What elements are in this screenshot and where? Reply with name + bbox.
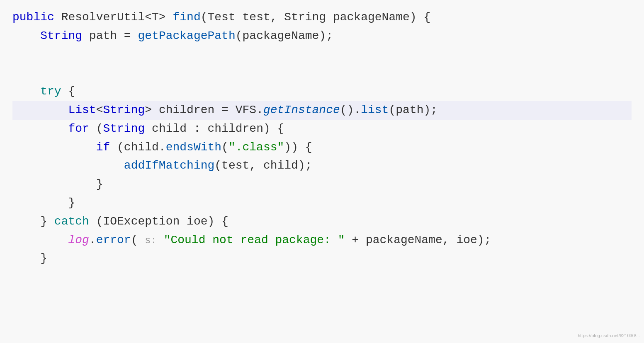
code-token: (	[89, 120, 103, 138]
code-token: ().	[340, 101, 361, 120]
code-token	[157, 231, 164, 250]
code-token: }	[12, 249, 47, 268]
watermark: https://blog.csdn.net/l/21030/...	[578, 332, 640, 340]
code-token: (path);	[389, 101, 437, 120]
code-token: (	[221, 138, 228, 157]
code-line: try {	[12, 82, 632, 101]
code-token: (test, child);	[214, 157, 312, 175]
code-token	[12, 120, 68, 138]
code-token: > children = VFS.	[145, 101, 263, 120]
code-container: public ResolverUtil<T> find(Test test, S…	[0, 0, 644, 343]
code-line: }	[12, 175, 632, 194]
code-token: .	[89, 231, 96, 250]
code-line: }	[12, 249, 632, 268]
code-token: path =	[82, 27, 138, 46]
code-token: addIfMatching	[124, 157, 214, 175]
code-line: List<String> children = VFS.getInstance(…	[12, 101, 632, 120]
code-token: List	[68, 101, 96, 120]
code-line: public ResolverUtil<T> find(Test test, S…	[12, 8, 632, 27]
code-token: for	[68, 120, 89, 138]
code-token: <	[96, 101, 103, 120]
code-token: }	[12, 175, 103, 194]
code-token: public	[12, 8, 54, 27]
code-token: getInstance	[263, 101, 340, 120]
code-token: }	[12, 194, 75, 213]
code-line	[12, 46, 632, 64]
code-token	[12, 231, 68, 250]
code-token	[12, 82, 40, 101]
code-token: ResolverUtil	[54, 8, 145, 27]
code-token: getPackagePath	[138, 27, 235, 46]
code-token: )) {	[284, 138, 312, 157]
code-token: {	[61, 82, 75, 101]
code-token	[12, 101, 68, 120]
code-token: (	[131, 231, 145, 250]
code-token: "Could not read package: "	[164, 231, 345, 250]
code-token: list	[361, 101, 389, 120]
code-token: if	[96, 138, 110, 157]
code-token: error	[96, 231, 131, 250]
code-token: + packageName, ioe);	[345, 231, 491, 250]
code-line: for (String child : children) {	[12, 120, 632, 138]
code-token: (packageName);	[236, 27, 333, 46]
code-token: <T>	[145, 8, 173, 27]
code-token: try	[40, 82, 61, 101]
code-line	[12, 64, 632, 82]
code-token: endsWith	[166, 138, 221, 157]
code-token: (IOException ioe) {	[89, 213, 228, 231]
code-line: }	[12, 194, 632, 213]
code-token: find	[173, 8, 200, 27]
code-line: addIfMatching(test, child);	[12, 157, 632, 175]
code-token	[12, 138, 96, 157]
code-token: child : children) {	[145, 120, 284, 138]
code-line: String path = getPackagePath(packageName…	[12, 27, 632, 46]
code-token: catch	[54, 213, 89, 231]
code-token: String	[103, 101, 145, 120]
code-token: }	[12, 213, 54, 231]
code-line: } catch (IOException ioe) {	[12, 213, 632, 231]
code-token: (child.	[110, 138, 165, 157]
code-token: log	[68, 231, 89, 250]
code-line: log.error( s: "Could not read package: "…	[12, 231, 632, 250]
code-token: s:	[145, 233, 157, 249]
code-line: if (child.endsWith(".class")) {	[12, 138, 632, 157]
code-token: (Test test, String packageName) {	[201, 8, 431, 27]
code-token: String	[103, 120, 145, 138]
code-token: ".class"	[228, 138, 284, 157]
code-token	[12, 157, 124, 175]
code-token: String	[40, 27, 82, 46]
code-block: public ResolverUtil<T> find(Test test, S…	[12, 8, 632, 268]
code-token	[12, 27, 40, 46]
